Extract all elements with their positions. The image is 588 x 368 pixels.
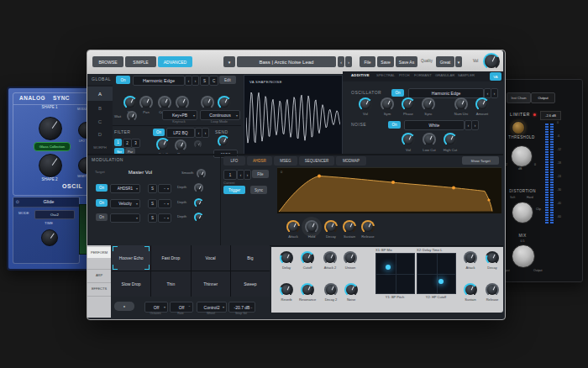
osc-tab-sampler[interactable]: SAMPLER	[458, 74, 475, 77]
tab-simple[interactable]: SIMPLE	[125, 56, 156, 67]
env-next-button[interactable]: ›	[244, 170, 251, 180]
wait-knob[interactable]	[127, 111, 137, 121]
filter-next-button[interactable]: ›	[202, 128, 209, 138]
engine-on-button[interactable]: On	[116, 76, 130, 84]
mod-row3-curve[interactable]: -▾	[158, 213, 171, 223]
tab-advanced[interactable]: ADVANCED	[158, 56, 192, 67]
filter-slot-1[interactable]: 1	[114, 139, 122, 146]
layer-tab-d[interactable]: D	[87, 129, 113, 140]
quality-dropdown[interactable]: Great	[436, 56, 454, 67]
env-tab-mseg[interactable]: MSEG	[274, 156, 297, 166]
pad-thin[interactable]: Thin	[151, 271, 190, 297]
osc-tab-additive[interactable]: ADDITIVE	[351, 74, 370, 77]
env-tab-modmap[interactable]: MODMAP	[336, 156, 366, 166]
env-hold-knob[interactable]	[305, 220, 318, 234]
preset-menu-button[interactable]: ▾	[223, 56, 235, 67]
pad-fast-drop[interactable]: Fast Drop	[151, 245, 190, 271]
engine-edit-button[interactable]: Edit	[219, 76, 236, 84]
engine-tune-fine-knob[interactable]	[176, 96, 189, 109]
filter-on-button[interactable]: On	[153, 129, 165, 136]
pad-big[interactable]: Big	[231, 245, 270, 271]
mod-row3-s[interactable]: S	[148, 213, 157, 223]
engine-pan-knob[interactable]	[139, 96, 153, 109]
filter-send-knob[interactable]	[218, 135, 229, 147]
env-tab-ahdsr[interactable]: AHDSR	[247, 156, 272, 166]
xy-pad-1[interactable]	[375, 253, 415, 294]
osc-num-uni-knob[interactable]	[454, 97, 468, 111]
preset-next-button[interactable]: ›	[345, 56, 352, 67]
mod-row1-curve[interactable]: -▾	[158, 184, 171, 193]
layer-tab-c[interactable]: C	[87, 115, 113, 128]
osc-sync-knob[interactable]	[422, 97, 435, 111]
master-vol-knob[interactable]	[483, 53, 500, 70]
noise-vol-knob[interactable]	[402, 133, 415, 146]
xy2-dot[interactable]	[438, 279, 444, 284]
mod-row2-source[interactable]: Velocity▾	[110, 199, 140, 208]
filter-type-dropdown[interactable]: LP2 BQ	[166, 128, 195, 138]
osc-tab-va[interactable]: VA	[490, 72, 501, 81]
filter-extra-knob[interactable]	[194, 140, 202, 148]
macro-release-knob[interactable]	[486, 283, 499, 297]
engine-next-button[interactable]: ›	[192, 76, 199, 86]
tab-browse[interactable]: BROWSE	[92, 56, 123, 67]
tab-arp[interactable]: ARP	[87, 270, 111, 281]
mod-row1-depth-knob[interactable]	[194, 183, 203, 192]
tab-effects[interactable]: EFFECTS	[87, 283, 111, 294]
macro-noise-knob[interactable]	[344, 283, 358, 297]
macro-attack-knob[interactable]	[464, 251, 477, 265]
layer-tab-a[interactable]: A	[87, 87, 113, 101]
mod-row2-depth-knob[interactable]	[194, 198, 203, 208]
mod-row2-on[interactable]: On	[96, 199, 108, 207]
mod-row1-source[interactable]: AHDSR1▾	[110, 184, 140, 193]
env-file-button[interactable]: File	[252, 170, 269, 178]
osc-amount-knob[interactable]	[475, 97, 489, 111]
macro-decay2-knob[interactable]	[324, 283, 338, 297]
noise-on-button[interactable]: On	[388, 121, 401, 129]
xy-pad-2[interactable]	[417, 253, 456, 294]
noise-low-cut-knob[interactable]	[423, 133, 436, 146]
engine-solo-button[interactable]: S	[200, 76, 209, 86]
record-button[interactable]: ●	[114, 302, 134, 311]
pad-sweep[interactable]: Sweep	[231, 271, 270, 297]
engine-copy-button[interactable]: C	[209, 76, 218, 86]
pad-thinner[interactable]: Thinner	[192, 271, 230, 297]
osc-next-button[interactable]: ›	[491, 88, 498, 98]
filter-cutoff-knob[interactable]	[156, 138, 170, 151]
mod-row2-s[interactable]: S	[148, 199, 157, 208]
env-tab-sequencer[interactable]: SEQUENCER	[299, 156, 334, 166]
env-sustain-knob[interactable]	[343, 220, 356, 234]
save-button[interactable]: Save	[377, 56, 394, 67]
env-decay-knob[interactable]	[324, 220, 338, 234]
mod-row1-s[interactable]: S	[148, 184, 157, 193]
mod-target-value[interactable]: Master Vol	[129, 170, 152, 175]
noise-high-cut-knob[interactable]	[444, 133, 457, 146]
mod-row3-source[interactable]: ▾	[110, 213, 140, 223]
macro-unison-knob[interactable]	[344, 251, 357, 265]
noise-next-button[interactable]: ›	[471, 120, 479, 130]
mod-row1-on[interactable]: On	[96, 184, 108, 192]
osc-vol-knob[interactable]	[359, 97, 372, 111]
osc-sym-knob[interactable]	[381, 97, 394, 111]
engine-coarse-knob[interactable]	[158, 96, 171, 109]
layer-tab-morph[interactable]: MORPH	[87, 141, 113, 153]
osc-tab-granular[interactable]: GRANULAR	[435, 74, 454, 77]
preset-display[interactable]: Bass | Arctic Noise Lead	[237, 56, 336, 67]
mod-row3-depth-knob[interactable]	[194, 213, 203, 222]
osc-phase-knob[interactable]	[402, 97, 415, 111]
env-trigger-button[interactable]: Trigger	[223, 186, 245, 194]
tab-perform[interactable]: PERFORM	[87, 247, 111, 258]
macro-sustain-knob[interactable]	[464, 283, 477, 297]
osc-tab-spectral[interactable]: SPECTRAL	[376, 74, 395, 77]
filter-slot-3[interactable]: 3	[131, 139, 140, 148]
osc-on-button[interactable]: On	[391, 89, 404, 97]
env-sync-button[interactable]: Sync	[250, 186, 267, 194]
macro-delay-knob[interactable]	[280, 251, 293, 265]
mod-row2-curve[interactable]: -▾	[158, 199, 171, 208]
layer-tab-b[interactable]: B	[87, 102, 113, 114]
env-attack-knob[interactable]	[286, 220, 300, 234]
quality-dropdown-chevron[interactable]: ▾	[455, 56, 462, 67]
osc-tab-pitch[interactable]: PITCH	[399, 74, 410, 77]
pad-hoover-echo[interactable]: Hoover Echo	[112, 245, 150, 271]
macro-resonance-knob[interactable]	[301, 283, 314, 297]
macro-cutoff-knob[interactable]	[301, 251, 314, 265]
